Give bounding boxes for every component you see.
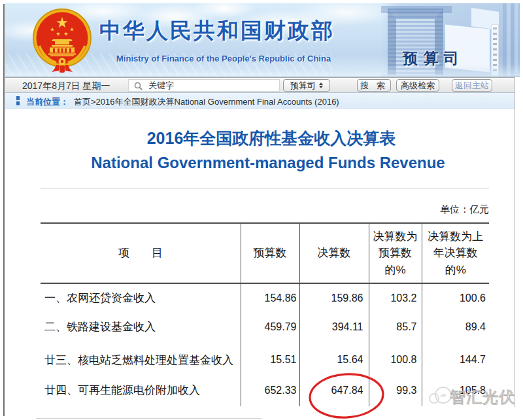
search-input[interactable]	[148, 80, 276, 90]
row-pct-budget: 85.7	[369, 312, 422, 341]
return-home-button[interactable]: 返回主站	[452, 79, 492, 92]
col-header-pct-prev: 决算数为上 年决算数 的%	[422, 223, 489, 283]
row-budget: 154.86	[241, 283, 299, 312]
location-icon	[16, 96, 20, 105]
site-title-english: Ministry of Finance of the People's Repu…	[116, 54, 331, 63]
national-emblem-icon	[31, 7, 93, 75]
search-button[interactable]: 搜 索	[357, 79, 391, 92]
date-text: 2017年8月7日 星期一	[22, 80, 110, 92]
row-budget: 459.79	[241, 312, 299, 341]
row-item: 廿三、核电站乏燃料处理处置基金收入	[41, 345, 241, 374]
row-item: 一、农网还贷资金收入	[41, 283, 241, 312]
site-banner: 中华人民共和国财政部 Ministry of Finance of the Pe…	[5, 3, 520, 77]
col-header-pct-budget: 决算数为 预算数 的%	[369, 223, 422, 283]
bottom-cut-line	[36, 418, 262, 419]
row-pct-budget: 100.8	[369, 345, 422, 374]
table-row: 廿三、核电站乏燃料处理处置基金收入 15.51 15.64 100.8 144.…	[41, 345, 489, 374]
row-pct-budget: 99.3	[369, 374, 422, 406]
col-header-item: 项 目	[41, 223, 241, 283]
row-item: 廿四、可再生能源电价附加收入	[41, 374, 241, 406]
section-select-value: 预算司	[290, 80, 316, 92]
search-box[interactable]	[128, 79, 280, 92]
section-select[interactable]: 预算司	[283, 79, 330, 92]
row-pct-budget: 103.2	[369, 283, 422, 312]
page-left-border	[3, 4, 5, 416]
row-item: 二、铁路建设基金收入	[41, 312, 241, 341]
row-pct-prev: 144.7	[422, 345, 489, 374]
unit-label: 单位：亿元	[327, 203, 489, 216]
table-header-row: 项 目 预算数 决算数 决算数为 预算数 的% 决算数为上 年决算数 的%	[41, 223, 489, 283]
row-budget: 15.51	[241, 345, 299, 374]
table-row: 一、农网还贷资金收入 154.86 159.86 103.2 100.6	[41, 283, 489, 312]
breadcrumb-label: 当前位置：	[26, 96, 69, 108]
toolbar: 2017年8月7日 星期一 预算司 搜 索 高级检索 返回主站	[5, 77, 515, 93]
table-row: 二、铁路建设基金收入 459.79 394.11 85.7 89.4	[41, 312, 489, 341]
row-final: 647.84	[299, 374, 369, 406]
department-name: 预 算 司	[403, 48, 460, 69]
watermark-text: 智汇光伏	[450, 387, 515, 408]
breadcrumb-path[interactable]: 首页>2016年全国财政决算National Government Final …	[74, 96, 339, 108]
col-header-final: 决算数	[299, 223, 369, 283]
search-icon	[134, 82, 143, 91]
funds-table: 项 目 预算数 决算数 决算数为 预算数 的% 决算数为上 年决算数 的% 一、…	[41, 222, 489, 406]
col-header-budget: 预算数	[241, 223, 299, 283]
row-final: 394.11	[299, 312, 369, 341]
title-divider	[41, 188, 489, 188]
row-final: 159.86	[299, 283, 369, 312]
row-final: 15.64	[299, 345, 369, 374]
page-title-english: National Government-managed Funds Revenu…	[44, 154, 492, 172]
row-pct-prev: 100.6	[422, 283, 489, 312]
breadcrumb: 当前位置： 首页>2016年全国财政决算National Government …	[5, 93, 515, 109]
advanced-search-button[interactable]: 高级检索	[396, 79, 439, 92]
row-budget: 652.33	[241, 374, 299, 406]
site-title: 中华人民共和国财政部	[99, 16, 335, 46]
select-arrows-icon	[319, 82, 323, 88]
row-pct-prev: 89.4	[422, 312, 489, 341]
table-row: 廿四、可再生能源电价附加收入 652.33 647.84 99.3 105.8	[41, 374, 489, 406]
content-right-border	[515, 77, 515, 407]
page-title: 2016年全国政府性基金收入决算表	[47, 128, 496, 149]
